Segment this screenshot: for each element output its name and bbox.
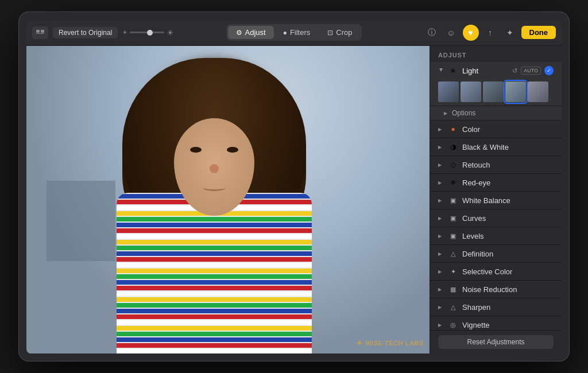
- redeye-row[interactable]: ▶ 👁 Red-eye: [430, 174, 562, 191]
- bw-section: ▶ ◑ Black & White: [430, 138, 562, 156]
- photo-canvas: ✦ WISE TECH LABS: [26, 46, 430, 353]
- favorite-button[interactable]: ♥: [463, 25, 479, 41]
- done-button[interactable]: Done: [521, 26, 556, 39]
- retouch-icon: ◇: [448, 160, 458, 169]
- noise-icon: ▦: [448, 285, 458, 294]
- noise-row[interactable]: ▶ ▦ Noise Reduction: [430, 281, 562, 298]
- vignette-expand-arrow: ▶: [438, 323, 444, 328]
- more-button[interactable]: ✦: [502, 25, 518, 41]
- laptop-frame: Revert to Original ☀ ☀ ⚙ Adjust ● Filter…: [18, 11, 570, 362]
- panel-header: ADJUST: [430, 46, 562, 62]
- emoji-button[interactable]: ☺: [443, 25, 459, 41]
- right-eye: [227, 147, 238, 153]
- toolbar-left: Revert to Original ☀ ☀: [32, 26, 222, 39]
- toolbar: Revert to Original ☀ ☀ ⚙ Adjust ● Filter…: [26, 20, 562, 46]
- sharpen-section: ▶ △ Sharpen: [430, 298, 562, 316]
- selcolor-section: ▶ ✦ Selective Color: [430, 263, 562, 281]
- thumb-1[interactable]: [438, 81, 459, 102]
- window-icon-btn[interactable]: [32, 26, 48, 39]
- curves-section: ▶ ▣ Curves: [430, 209, 562, 227]
- wb-section: ▶ ▣ White Balance: [430, 192, 562, 209]
- light-header-row[interactable]: ▶ ☀ Light ↺ AUTO ✓: [430, 62, 562, 79]
- curves-label: Curves: [462, 214, 554, 223]
- color-row[interactable]: ▶ ● Color: [430, 121, 562, 138]
- watermark: ✦ WISE TECH LABS: [356, 339, 424, 348]
- tab-crop[interactable]: ⊡ Crop: [319, 26, 360, 39]
- thumb-5[interactable]: [528, 81, 548, 102]
- curves-row[interactable]: ▶ ▣ Curves: [430, 209, 562, 227]
- main-area: ✦ WISE TECH LABS ADJUST ▶ ☀ Light: [26, 46, 562, 353]
- definition-row[interactable]: ▶ △ Definition: [430, 245, 562, 262]
- selcolor-row[interactable]: ▶ ✦ Selective Color: [430, 263, 562, 280]
- light-label: Light: [462, 67, 508, 75]
- left-eye: [190, 147, 202, 153]
- bw-icon: ◑: [448, 142, 458, 151]
- selcolor-label: Selective Color: [462, 267, 554, 276]
- light-icon: ☀: [448, 66, 458, 75]
- person-element: [76, 55, 352, 353]
- crop-tab-icon: ⊡: [327, 29, 333, 37]
- vignette-label: Vignette: [462, 321, 554, 329]
- noise-expand-arrow: ▶: [438, 287, 444, 292]
- thumb-4[interactable]: [505, 81, 526, 102]
- sharpen-icon: △: [448, 302, 458, 312]
- screen: Revert to Original ☀ ☀ ⚙ Adjust ● Filter…: [26, 20, 562, 353]
- tab-filters[interactable]: ● Filters: [275, 26, 319, 39]
- crop-tab-label: Crop: [336, 28, 352, 37]
- light-thumbnails: [430, 79, 562, 106]
- vignette-section: ▶ ◎ Vignette: [430, 316, 562, 330]
- sharpen-row[interactable]: ▶ △ Sharpen: [430, 298, 562, 316]
- levels-row[interactable]: ▶ ▣ Levels: [430, 227, 562, 244]
- vignette-row[interactable]: ▶ ◎ Vignette: [430, 316, 562, 330]
- watermark-icon: ✦: [356, 339, 363, 348]
- redeye-label: Red-eye: [462, 178, 554, 187]
- brightness-slider-group: ☀ ☀: [122, 28, 174, 37]
- share-button[interactable]: ↑: [482, 25, 498, 41]
- bw-label: Black & White: [462, 143, 554, 151]
- color-icon: ●: [448, 125, 458, 134]
- redeye-icon: 👁: [448, 178, 458, 187]
- brightness-slider[interactable]: [130, 32, 164, 33]
- panel-content[interactable]: ▶ ☀ Light ↺ AUTO ✓: [430, 62, 562, 330]
- noise-section: ▶ ▦ Noise Reduction: [430, 281, 562, 298]
- wb-row[interactable]: ▶ ▣ White Balance: [430, 192, 562, 209]
- info-button[interactable]: ⓘ: [424, 25, 440, 41]
- light-controls: ↺ AUTO ✓: [512, 66, 554, 75]
- adjust-panel: ADJUST ▶ ☀ Light ↺ AUTO ✓: [430, 46, 562, 353]
- sharpen-expand-arrow: ▶: [438, 305, 444, 310]
- options-label: Options: [452, 109, 475, 117]
- retouch-row[interactable]: ▶ ◇ Retouch: [430, 156, 562, 173]
- curves-icon: ▣: [448, 213, 458, 223]
- levels-icon: ▣: [448, 231, 458, 240]
- auto-badge[interactable]: AUTO: [521, 67, 541, 75]
- revert-light-icon[interactable]: ↺: [512, 67, 517, 75]
- brightness-low-icon: ☀: [122, 29, 127, 36]
- light-expand-arrow: ▶: [439, 68, 444, 73]
- watermark-text: WISE TECH LABS: [365, 340, 424, 347]
- svg-rect-2: [36, 33, 44, 34]
- nose: [210, 164, 219, 173]
- retouch-label: Retouch: [462, 161, 554, 169]
- thumb-3[interactable]: [483, 81, 504, 102]
- toolbar-right: ⓘ ☺ ♥ ↑ ✦ Done: [366, 25, 556, 41]
- levels-expand-arrow: ▶: [438, 234, 444, 239]
- revert-button[interactable]: Revert to Original: [53, 27, 118, 38]
- wb-icon: ▣: [448, 196, 458, 205]
- thumb-2[interactable]: [461, 81, 481, 102]
- wb-expand-arrow: ▶: [438, 198, 444, 203]
- tab-group: ⚙ Adjust ● Filters ⊡ Crop: [226, 24, 362, 41]
- color-section: ▶ ● Color: [430, 121, 562, 138]
- color-expand-arrow: ▶: [438, 127, 444, 132]
- light-enabled-indicator[interactable]: ✓: [544, 66, 554, 75]
- curves-expand-arrow: ▶: [438, 216, 444, 221]
- adjust-tab-label: Adjust: [245, 28, 266, 37]
- options-row[interactable]: ▶ Options: [430, 106, 562, 120]
- retouch-expand-arrow: ▶: [438, 162, 444, 168]
- brightness-high-icon: ☀: [167, 28, 174, 37]
- levels-label: Levels: [462, 232, 554, 240]
- tab-adjust[interactable]: ⚙ Adjust: [228, 26, 274, 39]
- redeye-section: ▶ 👁 Red-eye: [430, 174, 562, 192]
- bw-row[interactable]: ▶ ◑ Black & White: [430, 138, 562, 156]
- reset-adjustments-button[interactable]: Reset Adjustments: [438, 335, 554, 349]
- panel-footer: Reset Adjustments: [430, 330, 562, 353]
